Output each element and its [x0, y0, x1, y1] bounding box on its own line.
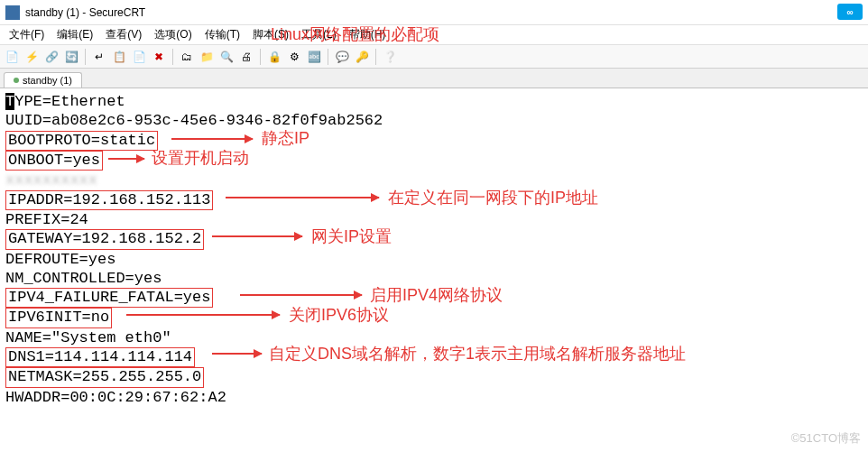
arrow — [126, 314, 280, 316]
config-gateway: GATEWAY=192.168.152.2 — [5, 229, 204, 249]
title-bar: standby (1) - SecureCRT — [0, 0, 868, 25]
arrow — [171, 138, 253, 140]
toolbar-separator — [375, 49, 376, 65]
lock-icon[interactable]: 🔒 — [266, 49, 282, 65]
menu-options[interactable]: 选项(O) — [149, 25, 197, 44]
annotation-ipv4: 启用IPV4网络协议 — [370, 285, 503, 306]
annotation-title: Linux网络配置的必配项 — [271, 23, 439, 45]
config-onboot: ONBOOT=yes — [5, 151, 103, 171]
toolbar-separator — [328, 49, 328, 65]
terminal-line: NETMASK=255.255.255.0 — [5, 367, 863, 387]
app-icon — [5, 5, 20, 20]
terminal-line: TYPE=Ethernet — [5, 92, 863, 111]
toolbar-separator — [260, 49, 261, 65]
annotation-gateway: 网关IP设置 — [311, 226, 392, 247]
terminal-line: DEFROUTE=yes — [5, 250, 863, 269]
cancel-icon[interactable]: ✖ — [151, 49, 167, 65]
arrow — [240, 294, 362, 296]
folder-icon[interactable]: 📁 — [199, 49, 215, 65]
copy-icon[interactable]: 📋 — [111, 49, 127, 65]
new-session-icon[interactable]: 📄 — [4, 49, 20, 65]
config-ipv4fail: IPV4_FAILURE_FATAL=yes — [5, 288, 213, 308]
config-ipaddr: IPADDR=192.168.152.113 — [5, 190, 213, 210]
reconnect-icon[interactable]: 🔄 — [63, 49, 79, 65]
arrow — [212, 235, 302, 237]
watermark: ©51CTO博客 — [791, 430, 861, 447]
toolbar-separator — [172, 49, 173, 65]
terminal-line: GATEWAY=192.168.152.2 — [5, 229, 863, 249]
terminal-line: UUID=ab08e2c6-953c-45e6-9346-82f0f9ab256… — [5, 111, 863, 130]
config-dns1: DNS1=114.114.114.114 — [5, 347, 195, 367]
session-tab[interactable]: standby (1) — [4, 72, 82, 88]
menu-edit[interactable]: 编辑(E) — [51, 25, 98, 44]
window-title: standby (1) - SecureCRT — [25, 6, 145, 19]
annotation-dns: 自定义DNS域名解析，数字1表示主用域名解析服务器地址 — [269, 344, 686, 364]
arrow — [212, 353, 262, 355]
annotation-ipv6: 关闭IPV6协议 — [289, 305, 389, 326]
key-icon[interactable]: 🔑 — [354, 49, 370, 65]
print-icon[interactable]: 🖨 — [238, 49, 254, 65]
menu-view[interactable]: 查看(V) — [100, 25, 147, 44]
enter-icon[interactable]: ↵ — [91, 49, 107, 65]
arrow — [108, 158, 144, 160]
quick-connect-icon[interactable]: 🔗 — [43, 49, 60, 65]
session-mgr-icon[interactable]: 🗂 — [179, 49, 195, 65]
terminal-area[interactable]: TYPE=Ethernet UUID=ab08e2c6-953c-45e6-93… — [0, 88, 868, 410]
terminal-line: HWADDR=00:0C:29:67:62:A2 — [5, 388, 863, 407]
connect-icon[interactable]: ⚡ — [23, 49, 40, 65]
tab-label: standby (1) — [23, 75, 72, 86]
cloud-badge-icon: ∞ — [837, 4, 863, 20]
options-icon[interactable]: ⚙ — [286, 49, 302, 65]
annotation-onboot: 设置开机启动 — [152, 148, 249, 169]
toolbar-separator — [85, 49, 86, 65]
cursor-highlight: T — [5, 93, 14, 110]
help-icon[interactable]: ❔ — [382, 49, 398, 65]
terminal-line: IPV6INIT=no — [5, 308, 863, 327]
config-ipv6init: IPV6INIT=no — [5, 308, 112, 327]
annotation-static-ip: 静态IP — [262, 128, 309, 149]
arrow — [226, 197, 379, 198]
terminal-line: PREFIX=24 — [5, 210, 863, 229]
menu-file[interactable]: 文件(F) — [4, 25, 50, 44]
config-netmask: NETMASK=255.255.255.0 — [5, 367, 204, 387]
paste-icon[interactable]: 📄 — [131, 49, 147, 65]
chat-icon[interactable]: 💬 — [334, 49, 350, 65]
toolbar: 📄 ⚡ 🔗 🔄 ↵ 📋 📄 ✖ 🗂 📁 🔍 🖨 🔒 ⚙ 🔤 💬 🔑 ❔ — [0, 45, 868, 69]
terminal-line: ONBOOT=yes — [5, 151, 863, 171]
tab-bar: standby (1) — [0, 69, 868, 88]
terminal-line: BOOTPROTO=static — [5, 131, 863, 151]
config-bootproto: BOOTPROTO=static — [5, 131, 158, 151]
tab-status-icon — [14, 78, 19, 83]
menu-transfer[interactable]: 传输(T) — [199, 25, 245, 44]
find-icon[interactable]: 🔍 — [218, 49, 235, 65]
annotation-ipaddr: 在定义在同一网段下的IP地址 — [388, 188, 598, 208]
keyword-icon[interactable]: 🔤 — [306, 49, 322, 65]
